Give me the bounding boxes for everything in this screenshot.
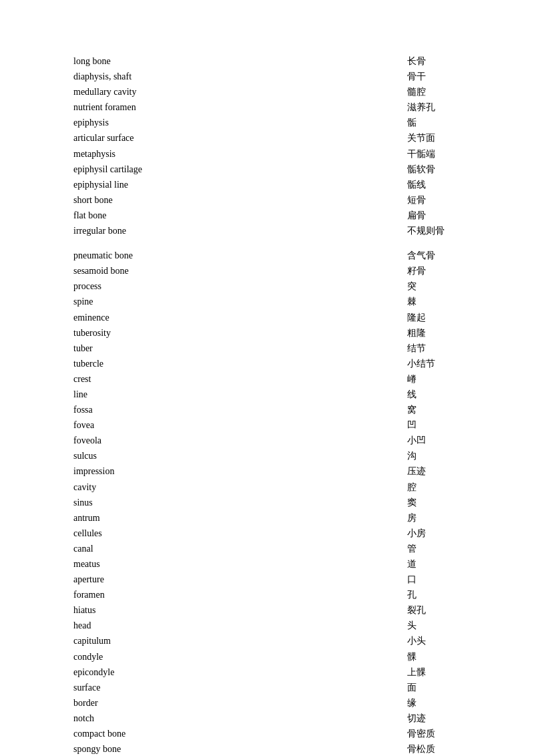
- term-english: head: [73, 618, 260, 633]
- main-content: long bone长骨diaphysis, shaft骨干medullary c…: [0, 0, 534, 756]
- table-row: meatus道: [73, 556, 461, 572]
- table-row: border缘: [73, 695, 461, 711]
- term-chinese: 长骨: [407, 53, 461, 69]
- term-english: irregular bone: [73, 223, 260, 238]
- table-row: nutrient foramen滋养孔: [73, 100, 461, 115]
- term-chinese: 房: [407, 510, 461, 526]
- term-english: eminence: [73, 310, 260, 325]
- term-chinese: 骨松质: [407, 741, 461, 756]
- term-english: nutrient foramen: [73, 100, 260, 115]
- term-chinese: 小结节: [407, 356, 461, 371]
- term-english: line: [73, 387, 260, 402]
- term-chinese: 关节面: [407, 130, 461, 146]
- term-english: diaphysis, shaft: [73, 69, 260, 84]
- term-chinese: 扁骨: [407, 208, 461, 223]
- table-row: epiphysil cartilage骺软骨: [73, 162, 461, 177]
- term-english: hiatus: [73, 602, 260, 618]
- term-english: sinus: [73, 495, 260, 510]
- term-chinese: 管: [407, 541, 461, 556]
- term-english: flat bone: [73, 208, 260, 223]
- table-row: head头: [73, 618, 461, 633]
- term-english: epiphysil cartilage: [73, 162, 260, 177]
- table-row: short bone短骨: [73, 192, 461, 208]
- term-english: spine: [73, 294, 260, 309]
- term-english: foveola: [73, 433, 260, 448]
- term-chinese: 籽骨: [407, 263, 461, 278]
- term-chinese: 骨干: [407, 69, 461, 84]
- term-chinese: 不规则骨: [407, 223, 461, 238]
- term-english: compact bone: [73, 726, 260, 741]
- table-row: condyle髁: [73, 649, 461, 665]
- term-chinese: 骺软骨: [407, 162, 461, 177]
- term-chinese: 短骨: [407, 192, 461, 208]
- table-row: eminence隆起: [73, 310, 461, 325]
- term-english: epicondyle: [73, 665, 260, 680]
- table-row: fossa窝: [73, 402, 461, 417]
- term-chinese: 结节: [407, 341, 461, 356]
- term-chinese: 道: [407, 556, 461, 572]
- term-chinese: 髁: [407, 649, 461, 665]
- term-chinese: 上髁: [407, 665, 461, 680]
- term-english: process: [73, 278, 260, 294]
- term-english: tuber: [73, 341, 260, 356]
- term-chinese: 窦: [407, 495, 461, 510]
- table-row: notch切迹: [73, 711, 461, 726]
- term-english: condyle: [73, 649, 260, 665]
- spacer: [73, 238, 461, 248]
- term-english: border: [73, 695, 260, 711]
- term-english: sulcus: [73, 448, 260, 463]
- term-english: foramen: [73, 587, 260, 602]
- table-row: irregular bone不规则骨: [73, 223, 461, 238]
- table-row: cellules小房: [73, 526, 461, 541]
- table-row: epiphysis骺: [73, 115, 461, 130]
- term-chinese: 凹: [407, 417, 461, 433]
- term-chinese: 沟: [407, 448, 461, 463]
- term-english: impression: [73, 463, 260, 479]
- table-row: fovea凹: [73, 417, 461, 433]
- table-row: sesamoid bone籽骨: [73, 263, 461, 278]
- table-row: spine棘: [73, 294, 461, 309]
- term-english: medullary cavity: [73, 84, 260, 100]
- table-row: foramen孔: [73, 587, 461, 602]
- term-english: capitulum: [73, 633, 260, 648]
- term-english: canal: [73, 541, 260, 556]
- term-english: sesamoid bone: [73, 263, 260, 278]
- table-row: canal管: [73, 541, 461, 556]
- table-row: cavity腔: [73, 480, 461, 495]
- term-chinese: 压迹: [407, 463, 461, 479]
- term-english: surface: [73, 680, 260, 695]
- term-chinese: 窝: [407, 402, 461, 417]
- term-english: fovea: [73, 417, 260, 433]
- term-english: notch: [73, 711, 260, 726]
- term-chinese: 口: [407, 572, 461, 587]
- term-chinese: 突: [407, 278, 461, 294]
- term-english: tuberosity: [73, 325, 260, 341]
- term-english: antrum: [73, 510, 260, 526]
- table-row: pneumatic bone含气骨: [73, 248, 461, 263]
- term-chinese: 头: [407, 618, 461, 633]
- table-row: tuberosity粗隆: [73, 325, 461, 341]
- table-row: impression压迹: [73, 463, 461, 479]
- term-chinese: 滋养孔: [407, 100, 461, 115]
- term-english: articular surface: [73, 130, 260, 146]
- term-chinese: 小凹: [407, 433, 461, 448]
- term-chinese: 小房: [407, 526, 461, 541]
- table-row: aperture口: [73, 572, 461, 587]
- term-english: epiphysial line: [73, 177, 260, 192]
- table-row: medullary cavity髓腔: [73, 84, 461, 100]
- table-row: foveola小凹: [73, 433, 461, 448]
- term-chinese: 骺: [407, 115, 461, 130]
- term-english: cellules: [73, 526, 260, 541]
- term-chinese: 腔: [407, 480, 461, 495]
- term-chinese: 干骺端: [407, 146, 461, 162]
- table-row: long bone长骨: [73, 53, 461, 69]
- term-english: crest: [73, 371, 260, 387]
- term-chinese: 髓腔: [407, 84, 461, 100]
- table-row: epiphysial line骺线: [73, 177, 461, 192]
- term-chinese: 棘: [407, 294, 461, 309]
- table-row: epicondyle上髁: [73, 665, 461, 680]
- term-english: short bone: [73, 192, 260, 208]
- term-english: tubercle: [73, 356, 260, 371]
- term-english: cavity: [73, 480, 260, 495]
- term-chinese: 嵴: [407, 371, 461, 387]
